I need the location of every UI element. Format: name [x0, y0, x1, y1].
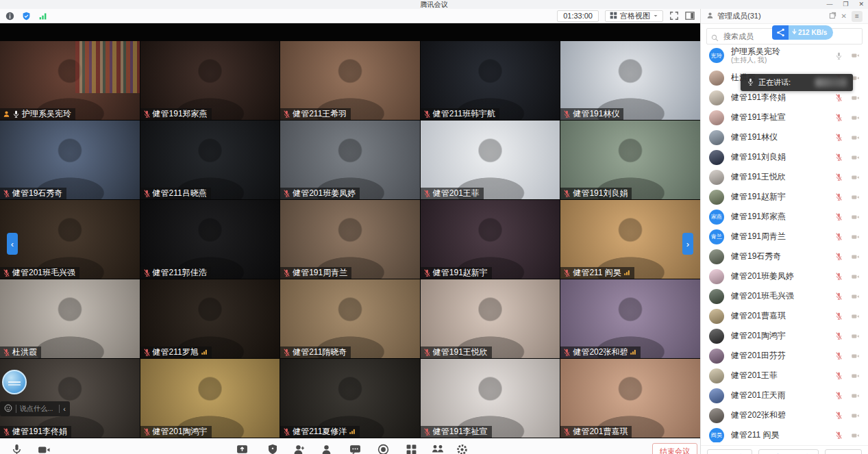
camera-icon[interactable] — [851, 352, 860, 360]
emoji-icon[interactable] — [4, 403, 12, 415]
video-tile[interactable]: 健管211王希羽 — [280, 41, 420, 120]
camera-icon[interactable] — [851, 412, 860, 420]
apps-button[interactable] — [406, 444, 417, 454]
quick-chat-bar[interactable]: 说点什么... ‹ — [0, 401, 70, 416]
mic-muted-icon[interactable] — [835, 233, 843, 240]
member-row[interactable]: 健管191李祉宣 — [701, 108, 868, 127]
member-row[interactable]: 家燕健管191郑家燕 — [701, 207, 868, 227]
mic-muted-icon[interactable] — [835, 392, 843, 399]
video-tile[interactable]: 健管191李祉宣 — [421, 359, 560, 438]
mic-muted-icon[interactable] — [835, 253, 843, 260]
previous-page-arrow[interactable]: ‹ — [7, 233, 18, 255]
mute-all-button[interactable]: 全体静音 — [707, 449, 752, 454]
member-row[interactable]: 健管201班毛兴强 — [701, 286, 868, 306]
info-icon[interactable] — [5, 12, 14, 21]
close-panel-icon[interactable]: ✕ — [841, 12, 847, 20]
mic-muted-icon[interactable] — [835, 213, 843, 220]
camera-icon[interactable] — [851, 431, 860, 440]
video-tile[interactable]: 健管191周青兰 — [280, 200, 420, 279]
member-row[interactable]: 宪玲护理系吴宪玲(主持人, 我) — [701, 43, 868, 68]
video-tile[interactable]: 健管211夏修洋 — [280, 359, 420, 438]
member-row[interactable]: 健管201田芬芬 — [701, 346, 868, 366]
camera-icon[interactable] — [851, 51, 860, 60]
mic-muted-icon[interactable] — [835, 352, 843, 360]
chat-button[interactable] — [349, 444, 361, 454]
settings-button[interactable] — [456, 444, 468, 454]
camera-icon[interactable] — [851, 94, 860, 102]
panel-menu-icon[interactable]: ≡ — [852, 11, 863, 22]
minimize-button[interactable]: — — [826, 1, 832, 8]
video-tile[interactable]: 健管191郑家燕 — [140, 41, 280, 120]
fullscreen-icon[interactable] — [669, 11, 679, 21]
mic-muted-icon[interactable] — [835, 312, 843, 320]
breakout-rooms-button[interactable] — [432, 444, 444, 454]
member-row[interactable]: 健管201曹嘉琪 — [701, 306, 868, 326]
video-tile[interactable]: 健管201班毛兴强 — [0, 200, 140, 279]
camera-icon[interactable] — [851, 193, 860, 201]
mic-muted-icon[interactable] — [835, 332, 843, 340]
mic-toggle-button[interactable] — [11, 444, 23, 454]
close-button[interactable]: ✕ — [858, 1, 864, 8]
video-tile[interactable]: 健管191赵新宇 — [421, 200, 560, 279]
mic-idle-icon[interactable] — [835, 52, 843, 60]
video-tile[interactable]: 健管211隋晓奇 — [280, 279, 420, 358]
video-tile[interactable]: 健管201曹嘉琪 — [560, 359, 700, 438]
member-row[interactable]: 健管191王悦欣 — [701, 167, 868, 187]
chat-input-placeholder[interactable]: 说点什么... — [20, 404, 55, 414]
video-tile[interactable]: 健管201班姜凤婷 — [280, 121, 420, 199]
video-tile[interactable]: 健管201王菲 — [421, 121, 560, 199]
participants-button[interactable] — [321, 444, 332, 454]
video-tile[interactable]: 健管191刘良娟 — [560, 121, 700, 199]
member-row[interactable]: 健管191林仪 — [701, 127, 868, 147]
member-row[interactable]: 健管201庄天雨 — [701, 386, 868, 405]
member-row[interactable]: 健管201陶鸿宇 — [701, 326, 868, 346]
camera-icon[interactable] — [851, 372, 860, 380]
video-tile[interactable]: 健管211 阎昊 — [560, 200, 700, 279]
next-page-arrow[interactable]: › — [682, 233, 693, 255]
video-tile[interactable]: 护理系吴宪玲 — [0, 41, 140, 120]
mic-muted-icon[interactable] — [835, 431, 843, 439]
camera-toggle-button[interactable] — [38, 444, 50, 454]
camera-icon[interactable] — [851, 292, 860, 301]
layout-panel-icon[interactable] — [685, 11, 695, 21]
view-mode-selector[interactable]: 宫格视图 — [605, 10, 663, 22]
video-tile[interactable]: 健管201陶鸿宇 — [140, 359, 280, 438]
camera-icon[interactable] — [851, 213, 860, 221]
member-row[interactable]: 健管202张和碧 — [701, 405, 868, 425]
member-row[interactable]: 健管191刘良娟 — [701, 147, 868, 167]
floating-avatar[interactable] — [2, 370, 27, 394]
end-meeting-button[interactable]: 结束会议 — [652, 443, 697, 454]
camera-icon[interactable] — [851, 114, 860, 122]
member-row[interactable]: 阎昊健管211 阎昊 — [701, 425, 868, 442]
popout-panel-icon[interactable] — [829, 12, 836, 21]
member-row[interactable]: 青兰健管191周青兰 — [701, 227, 868, 247]
mic-muted-icon[interactable] — [835, 193, 843, 201]
mic-muted-icon[interactable] — [835, 292, 843, 300]
video-tile[interactable]: 健管211吕晓燕 — [140, 121, 280, 199]
network-signal-icon[interactable] — [38, 12, 47, 21]
member-row[interactable]: 健管19石秀奇 — [701, 247, 868, 266]
mic-muted-icon[interactable] — [835, 153, 843, 161]
camera-icon[interactable] — [851, 134, 860, 142]
record-button[interactable] — [377, 444, 389, 454]
video-tile[interactable]: 健管191李佟娟 — [0, 359, 140, 438]
security-shield-icon[interactable] — [22, 12, 31, 21]
mic-muted-icon[interactable] — [835, 173, 843, 181]
mic-muted-icon[interactable] — [835, 412, 843, 419]
maximize-button[interactable]: ❐ — [843, 1, 848, 8]
camera-icon[interactable] — [851, 253, 860, 261]
mic-muted-icon[interactable] — [835, 114, 843, 121]
camera-icon[interactable] — [851, 392, 860, 400]
camera-icon[interactable] — [851, 312, 860, 320]
video-tile[interactable]: 健管191王悦欣 — [421, 279, 560, 358]
video-tile[interactable]: 健管211班韩宇航 — [421, 41, 560, 120]
camera-icon[interactable] — [851, 233, 860, 241]
collapse-chat-icon[interactable]: ‹ — [63, 405, 66, 413]
camera-icon[interactable] — [851, 273, 860, 281]
video-tile[interactable]: 杜洪霞 — [0, 279, 140, 358]
member-row[interactable]: 健管191赵新宇 — [701, 187, 868, 207]
video-tile[interactable]: 健管211郭佳浩 — [140, 200, 280, 279]
video-tile[interactable]: 健管19石秀奇 — [0, 121, 140, 199]
unmute-all-button[interactable]: 解除全体静音 — [758, 449, 819, 454]
member-row[interactable]: 健管201班姜凤婷 — [701, 266, 868, 286]
